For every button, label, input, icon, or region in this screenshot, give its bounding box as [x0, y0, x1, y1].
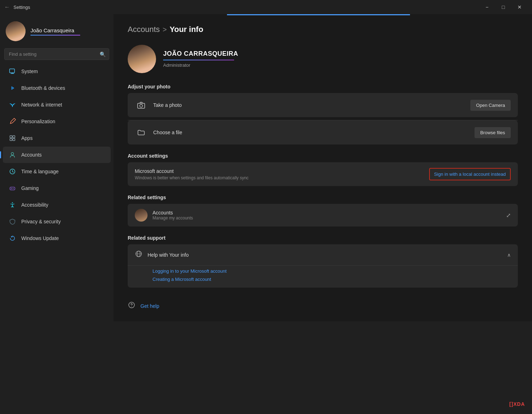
account-settings-left: Microsoft account Windows is better when… — [135, 168, 249, 180]
sidebar-item-privacy[interactable]: Privacy & security — [3, 213, 111, 230]
browse-files-button[interactable]: Browse files — [475, 127, 511, 138]
user-name: João Carrasqueira — [31, 27, 80, 33]
support-header[interactable]: Help with Your info ∧ — [128, 244, 518, 265]
svg-point-11 — [12, 202, 13, 203]
svg-point-17 — [131, 306, 132, 307]
titlebar-title: Settings — [13, 5, 30, 10]
sign-in-local-link[interactable]: Sign in with a local account instead — [429, 168, 511, 180]
account-settings-section: Account settings Microsoft account Windo… — [128, 153, 518, 186]
sidebar-item-label-time: Time & language — [21, 169, 59, 174]
related-text: Accounts Manage my accounts — [153, 210, 193, 220]
back-button[interactable]: ← — [4, 4, 10, 10]
related-left: Accounts Manage my accounts — [135, 209, 193, 222]
profile-info: JOÃO CARRASQUEIRA Administrator — [163, 50, 238, 68]
related-settings-heading: Related settings — [128, 195, 518, 200]
privacy-icon — [9, 218, 16, 225]
sidebar-item-time[interactable]: Time & language — [3, 163, 111, 180]
get-help-label[interactable]: Get help — [140, 303, 159, 309]
minimize-button[interactable]: − — [479, 0, 495, 14]
profile-avatar — [128, 45, 156, 73]
external-link-icon: ⤢ — [506, 212, 511, 219]
open-camera-button[interactable]: Open Camera — [470, 100, 511, 111]
profile-role: Administrator — [163, 62, 238, 68]
get-help-row: Get help — [128, 296, 518, 311]
sidebar-item-label-system: System — [21, 69, 38, 74]
support-link-create[interactable]: Creating a Microsoft account — [153, 277, 511, 282]
take-photo-card: Take a photo Open Camera — [128, 93, 518, 117]
sidebar-item-label-personalization: Personalization — [21, 119, 55, 124]
breadcrumb-parent[interactable]: Accounts — [128, 25, 160, 34]
window-controls: − □ ✕ — [479, 0, 528, 14]
user-name-underline — [31, 35, 80, 36]
adjust-photo-section: Adjust your photo Take a photo Open Came… — [128, 84, 518, 145]
svg-point-13 — [140, 104, 143, 107]
network-icon — [9, 101, 16, 109]
search-input[interactable] — [4, 48, 109, 60]
svg-point-6 — [11, 153, 14, 155]
support-label: Help with Your info — [148, 252, 189, 258]
search-icon: 🔍 — [100, 51, 106, 57]
close-button[interactable]: ✕ — [511, 0, 528, 14]
sidebar-item-gaming[interactable]: Gaming — [3, 180, 111, 196]
sidebar-item-label-network: Network & internet — [21, 102, 62, 108]
sidebar-item-system[interactable]: System — [3, 63, 111, 80]
microsoft-account-subtitle: Windows is better when settings and file… — [135, 175, 249, 180]
bluetooth-icon — [9, 84, 16, 92]
choose-file-left: Choose a file — [135, 126, 182, 139]
xda-watermark: []XDA — [509, 401, 525, 407]
account-settings-heading: Account settings — [128, 153, 518, 159]
svg-rect-3 — [13, 136, 15, 138]
support-link-login[interactable]: Logging in to your Microsoft account — [153, 268, 511, 274]
sidebar-item-update[interactable]: Windows Update — [3, 230, 111, 246]
svg-point-10 — [12, 188, 13, 189]
support-links: Logging in to your Microsoft account Cre… — [128, 265, 518, 288]
related-accounts-card[interactable]: Accounts Manage my accounts ⤢ — [128, 204, 518, 227]
folder-icon — [135, 126, 148, 139]
svg-rect-4 — [10, 138, 12, 141]
related-accounts-subtitle: Manage my accounts — [153, 216, 193, 220]
search-box: 🔍 — [4, 48, 109, 60]
user-profile: João Carrasqueira — [0, 14, 113, 47]
svg-rect-2 — [10, 136, 12, 138]
time-icon — [9, 168, 16, 175]
sidebar: João Carrasqueira 🔍 System Bluetooth & d… — [0, 14, 113, 414]
choose-file-label: Choose a file — [153, 130, 182, 135]
profile-name-underline — [163, 60, 234, 60]
sidebar-item-label-gaming: Gaming — [21, 185, 39, 191]
choose-file-card: Choose a file Browse files — [128, 120, 518, 145]
svg-point-9 — [13, 188, 14, 189]
related-avatar — [135, 209, 148, 222]
globe-icon — [135, 250, 143, 260]
related-support-section: Related support Help with Your info ∧ Lo… — [128, 235, 518, 288]
accounts-icon — [9, 151, 16, 159]
profile-name: JOÃO CARRASQUEIRA — [163, 50, 238, 58]
profile-section: JOÃO CARRASQUEIRA Administrator — [128, 45, 518, 73]
take-photo-label: Take a photo — [153, 102, 182, 108]
update-icon — [9, 234, 16, 242]
take-photo-left: Take a photo — [135, 99, 182, 111]
sidebar-item-accessibility[interactable]: Accessibility — [3, 197, 111, 213]
svg-rect-5 — [13, 138, 15, 141]
svg-rect-12 — [138, 103, 145, 108]
progress-bar — [227, 14, 532, 15]
sidebar-item-network[interactable]: Network & internet — [3, 97, 111, 113]
breadcrumb-current: Your info — [170, 25, 203, 34]
support-header-left: Help with Your info — [135, 250, 189, 260]
sidebar-item-accounts[interactable]: Accounts — [3, 147, 111, 163]
sidebar-item-label-privacy: Privacy & security — [21, 219, 61, 224]
titlebar-left: ← Settings — [4, 4, 30, 10]
main-content: Accounts > Your info JOÃO CARRASQUEIRA A… — [113, 14, 532, 321]
chevron-up-icon: ∧ — [507, 252, 511, 258]
maximize-button[interactable]: □ — [495, 0, 511, 14]
sidebar-item-bluetooth[interactable]: Bluetooth & devices — [3, 80, 111, 96]
sidebar-item-apps[interactable]: Apps — [3, 130, 111, 146]
sidebar-item-label-accounts: Accounts — [21, 152, 42, 158]
system-icon — [9, 67, 16, 75]
sidebar-item-label-bluetooth: Bluetooth & devices — [21, 85, 65, 91]
sidebar-item-personalization[interactable]: Personalization — [3, 113, 111, 130]
app-body: João Carrasqueira 🔍 System Bluetooth & d… — [0, 14, 532, 414]
avatar-image — [6, 21, 26, 41]
user-info: João Carrasqueira — [31, 27, 80, 36]
microsoft-account-title: Microsoft account — [135, 168, 249, 174]
adjust-photo-heading: Adjust your photo — [128, 84, 518, 89]
